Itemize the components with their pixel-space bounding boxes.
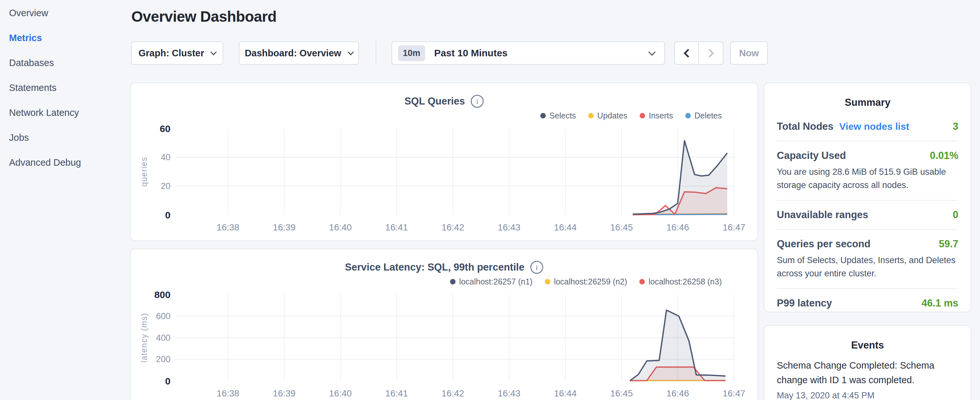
- service-latency-card: Service Latency: SQL, 99th percentile i …: [130, 249, 758, 400]
- svg-text:16:39: 16:39: [273, 388, 295, 398]
- now-button[interactable]: Now: [730, 41, 768, 65]
- legend-dot-icon: [540, 113, 546, 118]
- svg-text:16:47: 16:47: [722, 388, 745, 398]
- svg-text:400: 400: [156, 333, 170, 343]
- svg-text:16:44: 16:44: [554, 388, 576, 398]
- legend-item[interactable]: localhost:26257 (n1): [450, 277, 533, 287]
- svg-text:0: 0: [165, 376, 170, 386]
- time-range-dropdown[interactable]: 10m Past 10 Minutes: [391, 41, 665, 65]
- svg-text:20: 20: [161, 181, 170, 191]
- legend-label: localhost:26258 (n3): [648, 277, 722, 287]
- time-back-button[interactable]: [674, 41, 699, 65]
- legend-item[interactable]: localhost:26258 (n3): [639, 277, 722, 287]
- legend-dot-icon: [450, 279, 455, 284]
- events-panel: Events Schema Change Completed: Schema c…: [764, 325, 971, 400]
- legend-item[interactable]: localhost:26259 (n2): [545, 277, 627, 287]
- summary-label: P99 latency: [777, 297, 832, 309]
- chevron-down-icon: [347, 49, 354, 55]
- time-step-buttons: [674, 41, 724, 65]
- page-title: Overview Dashboard: [131, 8, 277, 25]
- svg-text:60: 60: [160, 123, 170, 134]
- summary-value: 3: [953, 121, 958, 132]
- svg-text:16:42: 16:42: [442, 222, 464, 233]
- svg-text:queries: queries: [140, 157, 148, 187]
- graph-dropdown-label: Graph: Cluster: [138, 48, 204, 59]
- summary-label: Unavailable ranges: [777, 209, 869, 221]
- svg-text:16:43: 16:43: [498, 388, 520, 398]
- chevron-down-icon: [648, 48, 656, 56]
- sidebar-item-metrics[interactable]: Metrics: [0, 25, 129, 51]
- svg-text:40: 40: [161, 153, 170, 162]
- sidebar-item-statements[interactable]: Statements: [0, 75, 129, 100]
- svg-text:16:47: 16:47: [722, 222, 745, 233]
- legend-item[interactable]: Deletes: [685, 111, 722, 120]
- legend-dot-icon: [685, 113, 691, 118]
- sidebar-item-network-latency[interactable]: Network Latency: [0, 100, 129, 125]
- legend-label: Inserts: [649, 111, 673, 120]
- legend-dot-icon: [640, 113, 645, 118]
- summary-title: Summary: [777, 97, 958, 108]
- summary-row-total-nodes: Total Nodes View nodes list 3: [777, 112, 958, 141]
- chart-title-row: Service Latency: SQL, 99th percentile i: [131, 261, 757, 274]
- summary-row-unavailable-ranges: Unavailable ranges 0: [777, 200, 958, 229]
- svg-text:16:38: 16:38: [217, 222, 239, 233]
- svg-text:16:46: 16:46: [667, 222, 689, 233]
- chart-title-row: SQL Queries i: [131, 95, 757, 108]
- controls-bar: Graph: Cluster Dashboard: Overview 10m P…: [131, 41, 768, 65]
- summary-label: Queries per second: [777, 238, 870, 250]
- svg-text:16:39: 16:39: [273, 222, 295, 233]
- legend-item[interactable]: Updates: [588, 111, 627, 120]
- summary-value: 0: [953, 209, 958, 221]
- legend-label: Updates: [597, 111, 627, 120]
- sidebar-item-advanced-debug[interactable]: Advanced Debug: [0, 150, 129, 175]
- sidebar: Overview Metrics Databases Statements Ne…: [0, 0, 129, 175]
- svg-text:0: 0: [165, 210, 170, 220]
- time-range-label: Past 10 Minutes: [434, 48, 508, 59]
- sidebar-item-databases[interactable]: Databases: [0, 51, 129, 75]
- svg-text:latency (ms): latency (ms): [140, 312, 148, 362]
- svg-text:16:40: 16:40: [329, 222, 352, 233]
- summary-row-queries-per-second: Queries per second 59.7 Sum of Selects, …: [777, 229, 958, 288]
- events-title: Events: [777, 339, 958, 351]
- chevron-left-icon: [684, 49, 692, 57]
- svg-text:16:38: 16:38: [217, 388, 239, 398]
- event-item: Schema Change Completed: Schema change w…: [777, 358, 958, 400]
- chevron-down-icon: [210, 49, 217, 55]
- event-text: Schema Change Completed: Schema change w…: [777, 358, 958, 387]
- legend-dot-icon: [588, 113, 594, 118]
- legend-item[interactable]: Inserts: [640, 111, 673, 120]
- view-nodes-list-link[interactable]: View nodes list: [839, 121, 909, 132]
- dashboard-dropdown[interactable]: Dashboard: Overview: [239, 41, 359, 65]
- summary-subtext: You are using 28.6 MiB of 515.9 GiB usab…: [777, 166, 958, 191]
- time-forward-button[interactable]: [699, 41, 724, 65]
- chevron-right-icon: [705, 49, 714, 57]
- summary-subtext: Sum of Selects, Updates, Inserts, and De…: [777, 254, 958, 280]
- legend-label: localhost:26259 (n2): [554, 277, 627, 287]
- svg-text:200: 200: [156, 354, 170, 364]
- legend-dot-icon: [545, 279, 550, 284]
- legend-dot-icon: [639, 279, 645, 284]
- summary-label: Capacity Used: [777, 150, 846, 161]
- sidebar-item-jobs[interactable]: Jobs: [0, 125, 129, 150]
- legend: localhost:26257 (n1)localhost:26259 (n2)…: [450, 277, 722, 287]
- legend-label: Deletes: [694, 111, 722, 120]
- svg-text:16:40: 16:40: [329, 388, 352, 398]
- svg-text:16:41: 16:41: [385, 388, 408, 398]
- info-icon[interactable]: i: [471, 95, 484, 108]
- legend: SelectsUpdatesInsertsDeletes: [540, 111, 722, 120]
- dashboard-dropdown-label: Dashboard: Overview: [245, 48, 341, 59]
- graph-dropdown[interactable]: Graph: Cluster: [131, 41, 223, 65]
- service-latency-chart: 16:3816:3916:4016:4116:4216:4316:4416:45…: [131, 288, 759, 400]
- summary-row-p99-latency: P99 latency 46.1 ms: [777, 288, 958, 317]
- svg-text:16:41: 16:41: [385, 222, 408, 233]
- info-icon[interactable]: i: [530, 261, 543, 274]
- svg-text:16:46: 16:46: [667, 388, 689, 398]
- legend-item[interactable]: Selects: [540, 111, 576, 120]
- svg-text:600: 600: [156, 311, 170, 321]
- svg-text:16:44: 16:44: [554, 222, 576, 233]
- series-area-localhost:26257 (n1): [630, 310, 725, 381]
- chart-title: Service Latency: SQL, 99th percentile: [345, 261, 525, 273]
- chart-title: SQL Queries: [404, 96, 465, 107]
- event-timestamp: May 13, 2020 at 4:45 PM: [777, 390, 958, 400]
- sidebar-item-overview[interactable]: Overview: [0, 1, 129, 25]
